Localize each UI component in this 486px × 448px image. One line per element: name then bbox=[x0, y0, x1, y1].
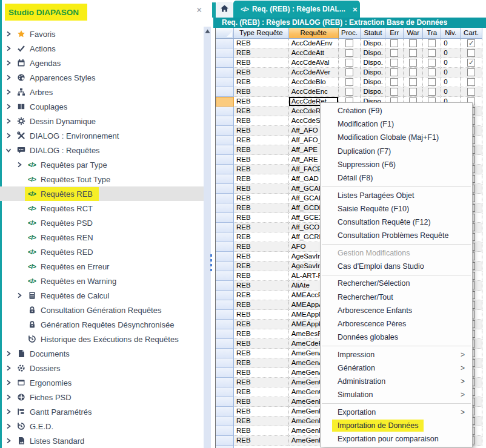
col-header-niv[interactable]: Niv. bbox=[441, 28, 461, 39]
chevron-right-icon[interactable] bbox=[5, 423, 12, 430]
tab-req-reb[interactable]: </> Req. (REB) : Règles DIAL... × bbox=[233, 1, 360, 18]
row-selector[interactable] bbox=[216, 126, 234, 136]
sidebar-item-documents[interactable]: Documents bbox=[0, 346, 204, 361]
sidebar-item-apparences-styles[interactable]: Apparences Styles bbox=[0, 70, 204, 85]
row-selector[interactable] bbox=[216, 358, 234, 368]
row-selector[interactable] bbox=[216, 426, 234, 436]
menu-item-rechercher-selection[interactable]: Rechercher/Sélection bbox=[321, 277, 472, 290]
col-header-proc[interactable]: Proc. bbox=[339, 28, 361, 39]
row-selector[interactable] bbox=[216, 87, 234, 97]
menu-item-listes-partagees-objet[interactable]: Listes Partagées Objet bbox=[321, 189, 472, 202]
row-selector[interactable] bbox=[216, 184, 234, 194]
checkbox-cart[interactable] bbox=[467, 78, 475, 86]
row-selector[interactable] bbox=[216, 300, 234, 310]
chevron-down-icon[interactable] bbox=[5, 147, 12, 154]
checkbox-cart[interactable] bbox=[467, 68, 475, 76]
chevron-right-icon[interactable] bbox=[5, 351, 12, 357]
col-header-type-requete[interactable]: Type Requête bbox=[234, 28, 289, 39]
checkbox-proc[interactable] bbox=[345, 39, 353, 47]
sidebar-item-g-e-d[interactable]: G.E.D. bbox=[0, 419, 204, 433]
table-row[interactable]: REBAccCdeBloDispo.0 bbox=[216, 77, 482, 87]
row-selector[interactable] bbox=[216, 77, 234, 87]
menu-item-duplication-f7[interactable]: Duplication (F7) bbox=[321, 145, 472, 158]
menu-item-saisie-requete-f10[interactable]: Saisie Requête (F10) bbox=[321, 202, 472, 216]
sidebar-item-requetes-reb[interactable]: </>Requêtes REB bbox=[0, 186, 204, 201]
checkbox-proc[interactable] bbox=[345, 49, 353, 57]
row-selector[interactable] bbox=[216, 203, 234, 213]
splitter-handle[interactable] bbox=[210, 254, 212, 257]
sidebar-close-icon[interactable]: × bbox=[196, 5, 202, 15]
row-selector[interactable] bbox=[216, 58, 234, 68]
row-selector[interactable] bbox=[216, 116, 234, 126]
sidebar-item-consultation-generation-requetes[interactable]: Consultation Génération Requêtes bbox=[0, 303, 204, 317]
scroll-up-arrow[interactable] bbox=[204, 27, 211, 35]
sidebar-item-requetes-de-calcul[interactable]: Requêtes de Calcul bbox=[0, 288, 204, 303]
checkbox-proc[interactable] bbox=[345, 78, 353, 86]
chevron-right-icon[interactable] bbox=[5, 104, 12, 110]
sidebar-item-requetes-tout-type[interactable]: </>Requêtes Tout Type bbox=[0, 172, 204, 186]
tab-close-icon[interactable]: × bbox=[353, 5, 358, 14]
row-selector[interactable] bbox=[216, 436, 234, 446]
checkbox-tra[interactable] bbox=[428, 68, 436, 76]
sidebar-scrollbar[interactable] bbox=[204, 27, 211, 448]
checkbox-war[interactable] bbox=[409, 49, 417, 57]
sidebar-item-fiches-psd[interactable]: Fiches PSD bbox=[0, 390, 204, 404]
sidebar-item-ergonomies[interactable]: Ergonomies bbox=[0, 375, 204, 390]
splitter-handle[interactable] bbox=[210, 269, 212, 271]
chevron-right-icon[interactable] bbox=[5, 31, 12, 38]
row-selector[interactable] bbox=[216, 281, 234, 291]
sidebar-item-couplages[interactable]: Couplages bbox=[0, 99, 204, 114]
menu-item-arborescence-peres[interactable]: Arborescence Pères bbox=[321, 317, 472, 331]
chevron-right-icon[interactable] bbox=[16, 292, 22, 299]
checkbox-proc[interactable] bbox=[345, 59, 353, 67]
checkbox-war[interactable] bbox=[409, 88, 417, 96]
sidebar-item-listes-standard[interactable]: Listes Standard bbox=[0, 433, 204, 448]
chevron-right-icon[interactable] bbox=[5, 89, 12, 96]
col-header-cart[interactable]: Cart. bbox=[461, 28, 482, 39]
checkbox-cart[interactable]: ✓ bbox=[467, 59, 475, 67]
sidebar-item-requetes-en-warning[interactable]: </>Requêtes en Warning bbox=[0, 274, 204, 288]
chevron-right-icon[interactable] bbox=[5, 118, 12, 125]
checkbox-war[interactable] bbox=[409, 39, 417, 47]
table-row[interactable]: REBAccCdeAEnvDispo.0✓ bbox=[216, 39, 482, 48]
chevron-right-icon[interactable] bbox=[16, 162, 22, 168]
row-selector[interactable] bbox=[216, 417, 234, 426]
sidebar-item-dessin-dynamique[interactable]: Dessin Dynamique bbox=[0, 114, 204, 128]
chevron-right-icon[interactable] bbox=[5, 133, 12, 139]
checkbox-err[interactable] bbox=[390, 68, 398, 76]
chevron-right-icon[interactable] bbox=[5, 365, 12, 372]
table-row[interactable]: REBAccCdeEncDispo.0 bbox=[216, 87, 482, 97]
row-selector[interactable] bbox=[216, 155, 234, 165]
row-selector[interactable] bbox=[216, 407, 234, 417]
menu-item-impression[interactable]: Impression> bbox=[321, 348, 472, 361]
row-selector[interactable] bbox=[216, 329, 234, 339]
sidebar-item-dossiers[interactable]: Dossiers bbox=[0, 361, 204, 375]
chevron-right-icon[interactable] bbox=[5, 60, 12, 67]
row-selector[interactable] bbox=[216, 223, 234, 232]
table-row[interactable]: REBAccCdeAttDispo.0 bbox=[216, 48, 482, 58]
row-selector[interactable] bbox=[216, 194, 234, 203]
row-selector[interactable] bbox=[216, 232, 234, 242]
chevron-right-icon[interactable] bbox=[5, 74, 12, 81]
sidebar-item-dialog-requetes[interactable]: DIALOG : Requêtes bbox=[0, 143, 204, 157]
table-row[interactable]: REBAccCdeAValDispo.0✓ bbox=[216, 58, 482, 68]
checkbox-war[interactable] bbox=[409, 59, 417, 67]
menu-item-rechercher-tout[interactable]: Rechercher/Tout bbox=[321, 291, 472, 304]
menu-item-exportation-pour-comparaison[interactable]: Exportation pour comparaison bbox=[321, 432, 472, 446]
row-selector[interactable] bbox=[216, 213, 234, 223]
row-selector[interactable] bbox=[216, 271, 234, 281]
col-header-statut[interactable]: Statut bbox=[361, 28, 385, 39]
checkbox-tra[interactable] bbox=[428, 59, 436, 67]
sidebar-item-generation-requetes-desynchronisee[interactable]: Génération Requêtes Désynchronisée bbox=[0, 317, 204, 332]
checkbox-tra[interactable] bbox=[428, 49, 436, 57]
sidebar-item-requetes-psd[interactable]: </>Requêtes PSD bbox=[0, 216, 204, 230]
splitter-handle[interactable] bbox=[210, 259, 212, 262]
menu-item-donnees-globales[interactable]: Données globales bbox=[321, 331, 472, 344]
row-selector[interactable] bbox=[216, 368, 234, 378]
sidebar-item-requetes-rct[interactable]: </>Requêtes RCT bbox=[0, 201, 204, 216]
checkbox-err[interactable] bbox=[390, 49, 398, 57]
menu-item-simulation[interactable]: Simulation> bbox=[321, 388, 472, 401]
row-selector[interactable] bbox=[216, 349, 234, 358]
menu-item-suppression-f6[interactable]: Suppression (F6) bbox=[321, 158, 472, 171]
table-row[interactable]: REBAccCdeAVerDispo.0 bbox=[216, 68, 482, 77]
